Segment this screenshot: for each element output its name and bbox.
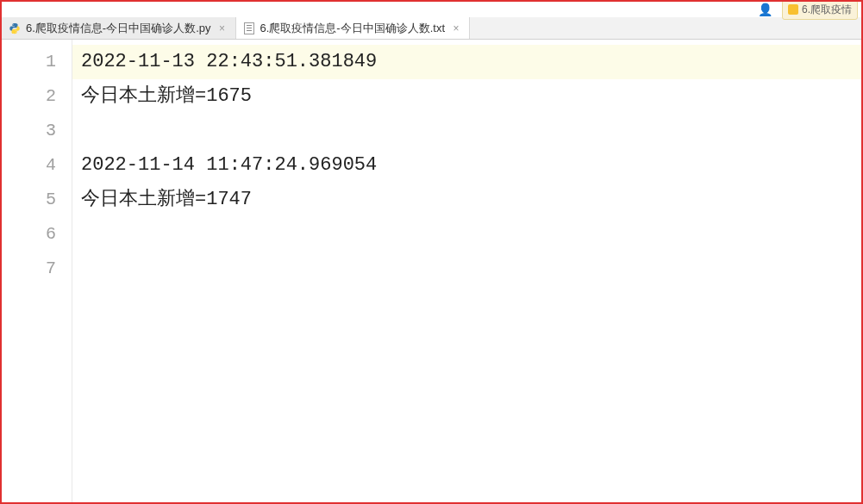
window-top-bar: 👤 6.爬取疫情 xyxy=(2,2,861,17)
code-line[interactable]: 今日本土新增=1675 xyxy=(72,79,861,114)
line-number: 7 xyxy=(2,252,72,286)
partial-tab-label: 6.爬取疫情 xyxy=(802,3,852,17)
tab-label: 6.爬取疫情信息-今日中国确诊人数.py xyxy=(26,21,211,36)
close-icon[interactable]: × xyxy=(450,22,462,34)
text-file-icon xyxy=(243,22,255,34)
code-line[interactable] xyxy=(72,114,861,148)
code-line[interactable] xyxy=(72,252,861,286)
python-icon xyxy=(9,22,21,34)
code-line[interactable]: 今日本土新增=1747 xyxy=(72,183,861,217)
tab-text-file[interactable]: 6.爬取疫情信息-今日中国确诊人数.txt × xyxy=(236,17,471,39)
code-line[interactable] xyxy=(72,217,861,252)
line-number: 1 xyxy=(2,45,72,79)
tab-bar: 6.爬取疫情信息-今日中国确诊人数.py × 6.爬取疫情信息-今日中国确诊人数… xyxy=(2,17,861,40)
code-content[interactable]: 2022-11-13 22:43:51.381849 今日本土新增=1675 2… xyxy=(72,40,861,502)
partial-tab-icon xyxy=(788,4,798,15)
partial-tab[interactable]: 6.爬取疫情 xyxy=(782,0,858,20)
line-number: 2 xyxy=(2,79,72,114)
line-number: 6 xyxy=(2,217,72,252)
avatar-icon: 👤 xyxy=(758,4,773,15)
tab-label: 6.爬取疫情信息-今日中国确诊人数.txt xyxy=(260,21,446,36)
line-number: 4 xyxy=(2,148,72,183)
close-icon[interactable]: × xyxy=(216,22,228,34)
code-line[interactable]: 2022-11-14 11:47:24.969054 xyxy=(72,148,861,183)
editor-area: 1 2 3 4 5 6 7 2022-11-13 22:43:51.381849… xyxy=(2,40,861,502)
line-number-gutter: 1 2 3 4 5 6 7 xyxy=(2,40,72,502)
tab-python-file[interactable]: 6.爬取疫情信息-今日中国确诊人数.py × xyxy=(2,17,236,39)
line-number: 3 xyxy=(2,114,72,148)
line-number: 5 xyxy=(2,183,72,217)
code-line[interactable]: 2022-11-13 22:43:51.381849 xyxy=(72,45,861,79)
